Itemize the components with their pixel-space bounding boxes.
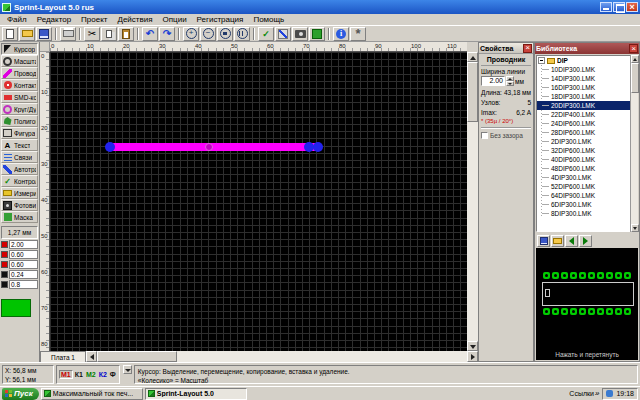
library-item[interactable]: 20DIP300.LMK [537, 101, 637, 110]
scroll-down-icon[interactable] [467, 341, 478, 351]
board-tab[interactable]: Плата 1 [40, 351, 86, 362]
layer-k1[interactable]: К1 [74, 371, 84, 378]
start-button[interactable]: Пуск [2, 388, 39, 400]
photoview-tool[interactable]: Фотовид [1, 199, 38, 211]
preset-row[interactable]: 2.00 [1, 240, 38, 249]
pcb-trace[interactable] [108, 143, 320, 151]
menu-item[interactable]: Редактор [32, 15, 76, 24]
tray-icon[interactable] [606, 390, 613, 397]
mask-tool[interactable]: Маска [1, 211, 38, 223]
library-save-button[interactable] [537, 235, 550, 247]
spin-down-icon[interactable] [506, 81, 514, 86]
layer-m2[interactable]: М2 [85, 371, 97, 378]
info-button[interactable] [333, 27, 349, 41]
scroll-right-icon[interactable] [467, 351, 478, 362]
library-open-button[interactable] [551, 235, 564, 247]
library-item[interactable]: 52DIP600.LMK [537, 182, 637, 191]
track-width-input[interactable]: 2.00 [481, 76, 505, 86]
grid-selector[interactable]: 1,27 мм [1, 226, 38, 239]
library-item[interactable]: 28DIP600.LMK [537, 128, 637, 137]
library-prev-button[interactable] [565, 235, 578, 247]
redo-button[interactable] [159, 27, 175, 41]
library-close-button[interactable] [629, 44, 638, 53]
width-spinner[interactable] [506, 76, 514, 86]
layer-m1[interactable]: М1 [59, 370, 73, 379]
task-button[interactable]: Sprint-Layout 5.0 [145, 388, 247, 400]
connections-tool[interactable]: Связи [1, 151, 38, 163]
component-preview[interactable]: Нажать и перетянуть [536, 248, 638, 360]
smd-pad-tool[interactable]: SMD-конт. [1, 91, 38, 103]
library-item[interactable]: 2DIP300.LMK [537, 137, 637, 146]
library-item[interactable]: 40DIP600.LMK [537, 155, 637, 164]
pad-tool[interactable]: Контакт [1, 79, 38, 91]
library-item[interactable]: 18DIP300.LMK [537, 92, 637, 101]
open-folder-button[interactable] [19, 27, 35, 41]
horizontal-scroll-thumb[interactable] [97, 351, 177, 362]
cursor-tool[interactable]: Курсор [1, 43, 38, 55]
new-file-button[interactable] [2, 27, 18, 41]
library-item[interactable]: 4DIP300.LMK [537, 173, 637, 182]
preset-row[interactable]: 0.8 [1, 280, 38, 289]
trace-node[interactable] [105, 142, 115, 152]
layer-k2[interactable]: К2 [98, 371, 108, 378]
photo-view-button[interactable] [292, 27, 308, 41]
active-layer-swatch[interactable] [1, 299, 31, 317]
scroll-up-icon[interactable] [467, 52, 478, 62]
library-item[interactable]: 64DIP900.LMK [537, 191, 637, 200]
layer-dropdown[interactable] [123, 365, 132, 374]
maximize-button[interactable] [613, 2, 625, 12]
horizontal-scrollbar[interactable] [86, 351, 478, 362]
zoom-in-button[interactable] [183, 27, 199, 41]
minimize-button[interactable] [600, 2, 612, 12]
layer-f[interactable]: Ф [109, 371, 117, 378]
collapse-icon[interactable] [538, 57, 545, 64]
properties-close-button[interactable] [523, 44, 532, 53]
menu-item[interactable]: Помощь [248, 15, 289, 24]
library-next-button[interactable] [579, 235, 592, 247]
print-button[interactable] [60, 27, 76, 41]
settings-gear-button[interactable] [350, 27, 366, 41]
test-connections-button[interactable] [258, 27, 274, 41]
library-item[interactable]: 14DIP300.LMK [537, 74, 637, 83]
vertical-scroll-thumb[interactable] [467, 62, 478, 122]
library-item[interactable]: 24DIP600.LMK [537, 119, 637, 128]
title-bar[interactable]: Sprint-Layout 5.0 rus [0, 0, 640, 14]
vertical-scrollbar[interactable] [467, 52, 478, 351]
menu-item[interactable]: Регистрация [192, 15, 249, 24]
library-item[interactable]: 48DIP600.LMK [537, 164, 637, 173]
autoroute-button[interactable] [275, 27, 291, 41]
paste-button[interactable] [118, 27, 134, 41]
preset-row[interactable]: 0.60 [1, 260, 38, 269]
menu-item[interactable]: Файл [2, 15, 32, 24]
library-scrollbar[interactable] [630, 55, 638, 232]
library-item[interactable]: 22DIP400.LMK [537, 110, 637, 119]
undo-button[interactable] [142, 27, 158, 41]
zoom-tool[interactable]: Масштаб [1, 55, 38, 67]
library-item[interactable]: 16DIP300.LMK [537, 83, 637, 92]
measure-tool[interactable]: Измеритель [1, 187, 38, 199]
scroll-down-icon[interactable] [631, 224, 639, 232]
library-root[interactable]: DIP [537, 56, 637, 65]
test-tool[interactable]: Контроль [1, 175, 38, 187]
zoom-all-button[interactable] [234, 27, 250, 41]
circle-tool[interactable]: Круг/Дуга [1, 103, 38, 115]
preset-row[interactable]: 0.24 [1, 270, 38, 279]
task-button[interactable]: Максимальный ток печ... [41, 388, 143, 400]
library-item[interactable]: 10DIP300.LMK [537, 65, 637, 74]
trace-node[interactable] [313, 142, 323, 152]
pcb-canvas[interactable] [50, 52, 467, 351]
links-toolbar[interactable]: Ссылки [569, 389, 599, 398]
menu-item[interactable]: Действия [112, 15, 157, 24]
polygon-tool[interactable]: Полигон [1, 115, 38, 127]
scroll-up-icon[interactable] [631, 55, 639, 63]
menu-item[interactable]: Проект [76, 15, 112, 24]
library-item[interactable]: 32DIP600.LMK [537, 146, 637, 155]
clearance-checkbox[interactable] [481, 132, 488, 139]
library-item[interactable]: 8DIP300.LMK [537, 209, 637, 218]
shape-tool[interactable]: Фигура [1, 127, 38, 139]
zoom-out-button[interactable] [200, 27, 216, 41]
save-button[interactable] [36, 27, 52, 41]
scroll-left-icon[interactable] [86, 351, 97, 362]
cut-button[interactable] [84, 27, 100, 41]
menu-item[interactable]: Опции [158, 15, 192, 24]
